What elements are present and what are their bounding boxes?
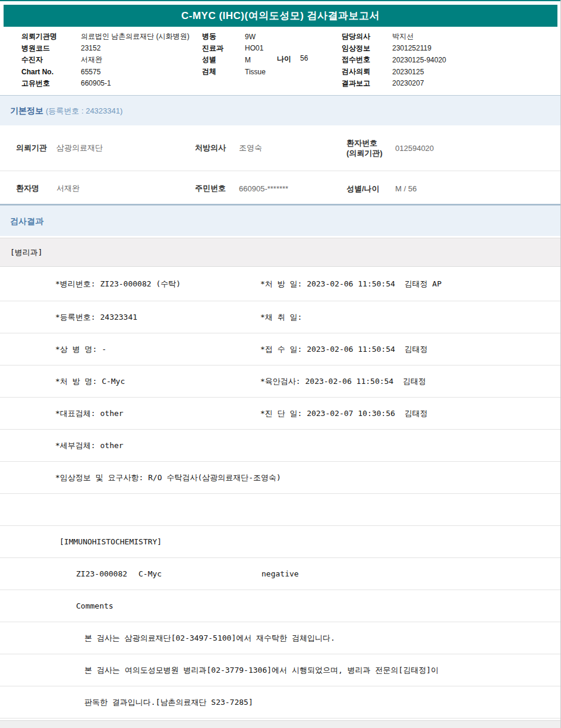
- field-left: *병리번호: ZI23-000082 (수탁): [55, 267, 181, 301]
- result-row-pair: *임상정보 및 요구사항: R/O 수탁검사(삼광의료재단-조영숙): [0, 462, 560, 494]
- result-row-pair: *등록번호: 24323341*채 취 일:: [0, 301, 560, 333]
- result-row-result: ZI23-000082C-Mycnegative: [0, 558, 560, 590]
- sex-age-label: 성별/나이: [346, 183, 380, 193]
- patient-number-label: 환자번호 (의뢰기관): [346, 138, 383, 158]
- patient-info-table: 의뢰기관 삼광의료재단 처방의사 조영숙 환자번호 (의뢰기관) 0125940…: [0, 125, 560, 205]
- test-result-value: negative: [261, 558, 299, 590]
- header-field-value: 20230207: [392, 79, 424, 87]
- result-row-blank: [0, 494, 560, 526]
- department-band: [병리과]: [0, 238, 560, 267]
- field-right: *채 취 일:: [260, 301, 302, 333]
- header-field-label: 접수번호: [342, 55, 392, 65]
- result-row-comment: 판독한 결과입니다.[남촌의료재단 S23-7285]: [0, 686, 560, 718]
- header-field: 검사의뢰20230125: [342, 66, 446, 78]
- prescribing-doctor-label: 처방의사: [195, 143, 226, 153]
- header-field-label: 고유번호: [21, 78, 81, 89]
- patient-number-value: 012594020: [395, 144, 434, 153]
- header-group-left: 의뢰기관명의료법인 남촌의료재단 (시화병원)병원코드23152수진자서재완Ch…: [21, 31, 190, 89]
- result-row-pair: *처 방 명: C-Myc*육안검사: 2023-02-06 11:50:54 …: [0, 365, 560, 398]
- comment-line: 본 검사는 여의도성모병원 병리과[02-3779-1306]에서 시행되었으며…: [84, 654, 439, 686]
- header-field-label: 수진자: [21, 55, 81, 65]
- patient-name-label: 환자명: [16, 183, 39, 194]
- department-name: [병리과]: [10, 248, 43, 257]
- patient-number-label-line2: (의뢰기관): [346, 148, 383, 158]
- header-field-value: 의료법인 남촌의료재단 (시화병원): [81, 31, 190, 42]
- header-field-label: 진료과: [202, 43, 245, 53]
- header-field-label: 병원코드: [21, 43, 81, 53]
- field-left: *대표검체: other: [55, 398, 124, 429]
- header-field-value: 2301252119: [392, 44, 431, 52]
- header-field-label: 병동: [202, 31, 245, 42]
- age-label: 나이: [277, 54, 291, 64]
- header-field-value: M: [245, 56, 251, 64]
- top-edge-line: [0, 0, 560, 1]
- header-field-label: 의뢰기관명: [21, 31, 81, 42]
- header-field-value: 23152: [81, 44, 100, 52]
- header-field: 진료과HO01: [202, 43, 266, 55]
- field-right: *육안검사: 2023-02-06 11:50:54 김태정: [260, 365, 426, 397]
- comments-heading: Comments: [76, 590, 114, 622]
- header-field: 의뢰기관명의료법인 남촌의료재단 (시화병원): [21, 31, 190, 43]
- report-header: 의뢰기관명의료법인 남촌의료재단 (시화병원)병원코드23152수진자서재완Ch…: [0, 31, 560, 95]
- field-left: *임상정보 및 요구사항: R/O 수탁검사(삼광의료재단-조영숙): [55, 462, 281, 493]
- header-field: 담당의사박지선: [342, 31, 446, 43]
- header-field-value: 9W: [245, 33, 256, 41]
- header-field: 접수번호20230125-94020: [342, 54, 446, 66]
- header-field: 결과보고20230207: [342, 77, 446, 89]
- lab-report-page: C-MYC (IHC)(여의도성모) 검사결과보고서 의뢰기관명의료법인 남촌의…: [0, 0, 561, 728]
- patient-number-label-line1: 환자번호: [346, 138, 383, 148]
- result-row-comment: 본 검사는 여의도성모병원 병리과[02-3779-1306]에서 시행되었으며…: [0, 654, 560, 686]
- header-field-label: 임상정보: [342, 43, 392, 53]
- result-row-pair: *상 병 명: -*접 수 일: 2023-02-06 11:50:54 김태정: [0, 333, 560, 365]
- header-field-value: 660905-1: [81, 79, 111, 87]
- header-field: 성별M: [202, 54, 266, 66]
- header-field: 고유번호660905-1: [21, 77, 190, 89]
- header-field-value: 20230125-94020: [392, 56, 446, 64]
- patient-info-row-2: 환자명 서재완 주민번호 660905-******* 성별/나이 M / 56: [0, 171, 560, 205]
- result-row-pair: *대표검체: other*진 단 일: 2023-02-07 10:30:56 …: [0, 398, 560, 430]
- header-field-value: 박지선: [392, 31, 414, 42]
- section-heading: [IMMUNOHISTOCHEMISTRY]: [59, 526, 162, 557]
- basic-info-regno: (등록번호 : 24323341): [46, 106, 122, 115]
- header-field: 임상정보2301252119: [342, 43, 446, 55]
- header-field-value: 20230125: [392, 68, 424, 76]
- result-row-pair: *세부검체: other: [0, 430, 560, 462]
- prescribing-doctor-value: 조영숙: [239, 143, 262, 153]
- test-name: C-Myc: [138, 558, 162, 590]
- header-field-label: 결과보고: [342, 78, 392, 89]
- field-left: *세부검체: other: [55, 430, 124, 461]
- result-row-pair: *병리번호: ZI23-000082 (수탁)*처 방 일: 2023-02-0…: [0, 267, 560, 301]
- header-group-middle: 병동9W진료과HO01성별M검체Tissue: [202, 31, 266, 77]
- field-left: *등록번호: 24323341: [55, 301, 137, 333]
- patient-name-value: 서재완: [56, 183, 80, 194]
- age-value: 56: [300, 54, 308, 62]
- comment-line: 판독한 결과입니다.[남촌의료재단 S23-7285]: [84, 686, 253, 718]
- test-result-band: 검사결과: [0, 205, 560, 236]
- header-group-right: 담당의사박지선임상정보2301252119접수번호20230125-94020검…: [342, 31, 446, 89]
- header-field: 수진자서재완: [21, 54, 190, 66]
- referring-org-value: 삼광의료재단: [56, 143, 103, 153]
- header-field-value: 65575: [81, 68, 100, 76]
- footer-bar: [0, 720, 560, 728]
- field-right: *접 수 일: 2023-02-06 11:50:54 김태정: [260, 333, 428, 365]
- basic-info-title: 기본정보: [10, 106, 43, 115]
- header-field-value: Tissue: [245, 68, 266, 76]
- basic-info-band: 기본정보(등록번호 : 24323341): [0, 95, 560, 125]
- specimen-code: ZI23-000082: [76, 558, 127, 590]
- report-title: C-MYC (IHC)(여의도성모) 검사결과보고서: [4, 5, 557, 27]
- header-field-value: 서재완: [81, 55, 102, 65]
- field-right: *처 방 일: 2023-02-06 11:50:54 김태정 AP: [260, 267, 442, 301]
- header-field-label: 담당의사: [342, 31, 392, 42]
- sex-age-value: M / 56: [395, 184, 417, 193]
- header-field-label: 검체: [202, 67, 245, 77]
- result-row-section: [IMMUNOHISTOCHEMISTRY]: [0, 526, 560, 558]
- referring-org-label: 의뢰기관: [16, 143, 47, 153]
- comment-line: 본 검사는 삼광의료재단[02-3497-5100]에서 재수탁한 검체입니다.: [84, 622, 335, 654]
- resident-number-value: 660905-*******: [239, 184, 288, 193]
- result-row-comment: 본 검사는 삼광의료재단[02-3497-5100]에서 재수탁한 검체입니다.: [0, 622, 560, 654]
- test-result-title: 검사결과: [10, 216, 43, 226]
- field-left: *처 방 명: C-Myc: [55, 365, 125, 397]
- patient-info-row-1: 의뢰기관 삼광의료재단 처방의사 조영숙 환자번호 (의뢰기관) 0125940…: [0, 125, 560, 171]
- header-field: 병동9W: [202, 31, 266, 43]
- header-field-label: 성별: [202, 55, 245, 65]
